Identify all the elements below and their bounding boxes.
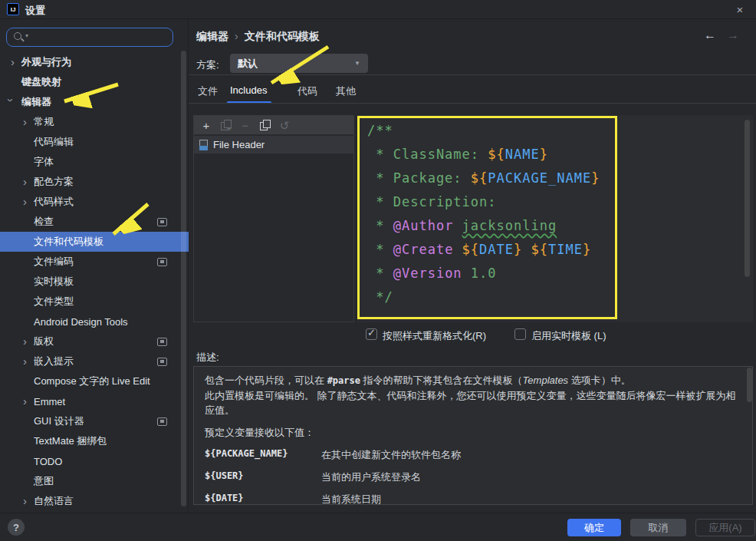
breadcrumb: 编辑器›文件和代码模板 xyxy=(196,30,320,44)
template-tabs: 文件 Includes 代码 其他 xyxy=(189,81,756,104)
tab-files[interactable]: 文件 xyxy=(198,84,218,98)
settings-sidebar: ▾ 外观与行为 键盘映射 编辑器 常规 代码编辑 字体 配色方案 代码样式 检查… xyxy=(0,19,189,513)
chevron-right-icon xyxy=(20,495,34,507)
sidebar-item-inspections[interactable]: 检查 xyxy=(0,212,189,232)
reformat-checkbox-label[interactable]: 按照样式重新格式化(R) xyxy=(383,329,486,343)
sidebar-item-natural-languages[interactable]: 自然语言 xyxy=(0,491,189,511)
no-chevron xyxy=(20,475,34,487)
no-chevron xyxy=(8,76,21,88)
tab-other[interactable]: 其他 xyxy=(336,84,356,98)
no-chevron xyxy=(20,136,34,148)
duplicate-icon[interactable] xyxy=(260,120,270,130)
code-line: * @Create ${DATE} ${TIME} xyxy=(367,238,753,262)
sidebar-item-todo[interactable]: TODO xyxy=(0,451,189,471)
project-level-icon xyxy=(157,358,167,366)
no-chevron xyxy=(20,275,34,288)
no-chevron xyxy=(20,156,34,168)
description-label: 描述: xyxy=(196,351,219,365)
no-chevron xyxy=(20,295,34,308)
chevron-right-icon xyxy=(20,176,34,188)
tab-includes[interactable]: Includes xyxy=(230,84,267,96)
editor-scrollbar[interactable] xyxy=(744,120,750,277)
tab-code[interactable]: 代码 xyxy=(297,84,317,98)
no-chevron xyxy=(20,256,34,268)
sidebar-item-keymap[interactable]: 键盘映射 xyxy=(0,72,189,92)
sidebar-item-file-types[interactable]: 文件类型 xyxy=(0,292,189,312)
search-history-chevron-icon: ▾ xyxy=(25,32,28,39)
sidebar-item-code-editing[interactable]: 代码编辑 xyxy=(0,132,189,152)
sidebar-item-editor[interactable]: 编辑器 xyxy=(0,92,189,112)
project-level-icon xyxy=(157,258,167,266)
live-template-checkbox-label[interactable]: 启用实时模板 (L) xyxy=(531,329,606,343)
cancel-button[interactable]: 取消 xyxy=(630,519,686,536)
separator xyxy=(189,74,756,75)
project-level-icon xyxy=(157,218,167,226)
chevron-right-icon xyxy=(8,56,21,68)
template-editor[interactable]: /** * ClassName: ${NAME} * Package: ${PA… xyxy=(357,115,753,322)
settings-content: 编辑器›文件和代码模板 ← → 方案: 默认 ▼ 文件 Includes 代码 … xyxy=(189,19,756,513)
dialog-footer: ? 确定 取消 应用(A) xyxy=(0,513,756,541)
apply-button: 应用(A) xyxy=(695,519,755,536)
search-input[interactable]: ▾ xyxy=(6,28,173,47)
list-item-file-header[interactable]: File Header xyxy=(194,136,353,153)
help-button[interactable]: ? xyxy=(8,519,25,536)
file-template-icon xyxy=(199,140,208,150)
remove-icon[interactable]: − xyxy=(239,120,251,131)
project-level-icon xyxy=(157,417,167,426)
sidebar-item-copyright[interactable]: 版权 xyxy=(0,332,189,351)
back-arrow-icon[interactable]: ← xyxy=(704,28,716,42)
code-line: /** xyxy=(367,119,753,143)
sidebar-item-gui-designer[interactable]: GUI 设计器 xyxy=(0,411,189,431)
no-chevron xyxy=(20,455,34,467)
sidebar-item-inlay-hints[interactable]: 嵌入提示 xyxy=(0,351,189,371)
chevron-down-icon xyxy=(8,96,21,108)
sidebar-item-color-scheme[interactable]: 配色方案 xyxy=(0,172,189,192)
sidebar-item-font[interactable]: 字体 xyxy=(0,152,189,172)
sidebar-item-android-design-tools[interactable]: Android Design Tools xyxy=(0,312,189,332)
sidebar-item-appearance[interactable]: 外观与行为 xyxy=(0,52,189,72)
settings-dialog: IJ 设置 × ▾ 外观与行为 键盘映射 编辑器 常规 代码编辑 字体 配色方案… xyxy=(0,0,756,541)
live-template-checkbox[interactable] xyxy=(514,328,526,340)
no-chevron xyxy=(20,216,34,228)
add-icon[interactable]: + xyxy=(200,120,212,131)
code-line: * Package: ${PACKAGE_NAME} xyxy=(367,167,753,190)
create-from-template-icon[interactable]: + xyxy=(221,120,231,130)
sidebar-item-code-style[interactable]: 代码样式 xyxy=(0,192,189,212)
sidebar-scrollbar[interactable] xyxy=(181,51,186,506)
code-line: * ClassName: ${NAME} xyxy=(367,143,753,167)
sidebar-item-emmet[interactable]: Emmet xyxy=(0,391,189,411)
variable-row: ${USER} 当前的用户系统登录名 xyxy=(205,469,741,484)
scheme-dropdown[interactable]: 默认 ▼ xyxy=(230,54,368,73)
description-panel: 包含一个代码片段，可以在 #parse 指令的帮助下将其包含在文件模板（Temp… xyxy=(193,366,753,505)
description-paragraph: 此内置模板是可编辑的。 除了静态文本、代码和注释外，您还可以使用预定义变量，这些… xyxy=(205,388,741,417)
description-scrollbar[interactable] xyxy=(747,368,752,402)
breadcrumb-file-templates: 文件和代码模板 xyxy=(245,30,320,42)
variables-intro: 预定义变量接收以下值： xyxy=(205,425,741,440)
no-chevron xyxy=(20,315,34,328)
code-line: * @Version 1.0 xyxy=(367,262,753,285)
options-row: ✓ 按照样式重新格式化(R) 启用实时模板 (L) xyxy=(189,325,756,344)
code-line: * Description: xyxy=(367,190,753,214)
separator xyxy=(189,103,756,104)
forward-arrow-icon[interactable]: → xyxy=(727,28,739,42)
code-line: * @Author jacksonling xyxy=(367,214,753,238)
no-chevron xyxy=(20,236,34,248)
template-list-panel: + + − ↺ File Header xyxy=(193,115,354,322)
sidebar-item-compose-live-edit[interactable]: Compose 文字的 Live Edit xyxy=(0,371,189,391)
sidebar-item-file-and-code-templates[interactable]: 文件和代码模板 xyxy=(0,232,189,252)
reset-icon[interactable]: ↺ xyxy=(278,120,291,131)
breadcrumb-editor[interactable]: 编辑器 xyxy=(196,30,228,42)
check-icon: ✓ xyxy=(367,327,376,338)
reformat-checkbox[interactable]: ✓ xyxy=(366,328,377,340)
sidebar-item-live-templates[interactable]: 实时模板 xyxy=(0,272,189,292)
sidebar-item-intentions[interactable]: 意图 xyxy=(0,471,189,491)
close-icon[interactable]: × xyxy=(731,2,748,17)
sidebar-item-file-encodings[interactable]: 文件编码 xyxy=(0,252,189,272)
no-chevron xyxy=(20,415,34,427)
settings-tree: 外观与行为 键盘映射 编辑器 常规 代码编辑 字体 配色方案 代码样式 检查 文… xyxy=(0,52,189,513)
sidebar-item-textmate-bundles[interactable]: TextMate 捆绑包 xyxy=(0,431,189,451)
chevron-right-icon xyxy=(20,196,34,208)
sidebar-item-general[interactable]: 常规 xyxy=(0,112,189,132)
scheme-label: 方案: xyxy=(196,58,219,72)
ok-button[interactable]: 确定 xyxy=(567,519,621,536)
